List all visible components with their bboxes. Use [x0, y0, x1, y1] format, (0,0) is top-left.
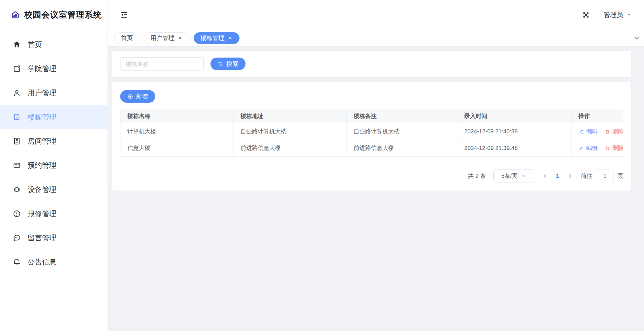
trash-icon: [605, 145, 610, 151]
collapse-icon: [120, 10, 129, 19]
sidebar-item-college[interactable]: 学院管理: [0, 56, 108, 81]
sidebar-item-home[interactable]: 首页: [0, 32, 108, 56]
sidebar-item-label: 首页: [28, 40, 42, 49]
pagination-total: 共 2 条: [468, 172, 486, 180]
trash-icon: [605, 129, 610, 134]
tab-label: 用户管理: [150, 34, 175, 42]
sidebar-item-device[interactable]: 设备管理: [0, 177, 108, 201]
sidebar-item-notice[interactable]: 公告信息: [0, 250, 108, 274]
tab-user[interactable]: 用户管理: [144, 32, 189, 44]
column-header-actions: 操作: [571, 109, 623, 123]
next-page-button[interactable]: [567, 173, 573, 179]
search-icon: [218, 61, 224, 67]
current-page[interactable]: 1: [556, 172, 559, 179]
sidebar-item-building[interactable]: 楼栋管理: [0, 105, 108, 129]
pagination: 共 2 条 5条/页 1 前往 页: [120, 169, 623, 182]
room-icon: [13, 137, 21, 145]
goto-label: 前往: [581, 172, 592, 180]
add-button[interactable]: 新增: [120, 90, 155, 103]
search-button[interactable]: 搜索: [210, 58, 246, 70]
sidebar-item-room[interactable]: 房间管理: [0, 129, 108, 153]
repair-icon: [13, 210, 21, 218]
user-menu[interactable]: 管理员: [603, 10, 632, 19]
buildings-table: 楼栋名称 楼栋地址 楼栋备注 录入时间 操作 计算机大楼 自强路计算机大楼 自强…: [120, 109, 623, 157]
device-icon: [13, 185, 21, 194]
table-header: 楼栋名称 楼栋地址 楼栋备注 录入时间 操作: [120, 109, 623, 123]
page-suffix: 页: [618, 172, 623, 180]
delete-link[interactable]: 删除: [605, 128, 624, 135]
column-header-name: 楼栋名称: [120, 109, 234, 123]
table-row: 计算机大楼 自强路计算机大楼 自强路计算机大楼 2024-12-09 21:40…: [120, 123, 623, 140]
sidebar-item-message[interactable]: 留言管理: [0, 226, 108, 250]
chevron-down-icon: [521, 173, 526, 179]
tab-label: 楼栋管理: [200, 34, 225, 42]
sidebar-item-label: 预约管理: [28, 161, 56, 170]
chevron-down-icon: [633, 35, 640, 42]
sidebar-item-label: 房间管理: [28, 136, 56, 146]
caret-down-icon: [626, 12, 632, 18]
sidebar-item-label: 留言管理: [28, 233, 56, 243]
tab-home[interactable]: 首页: [114, 32, 139, 44]
cell-address: 自强路计算机大楼: [233, 123, 347, 140]
app-logo: 校园会议室管理系统: [0, 0, 108, 30]
column-header-remark: 楼栋备注: [347, 109, 457, 123]
edit-link[interactable]: 编辑: [578, 128, 598, 135]
college-icon: [13, 64, 21, 73]
table-panel: 新增 楼栋名称 楼栋地址 楼栋备注 录入时间 操作: [112, 82, 631, 191]
message-icon: [13, 234, 21, 242]
topbar: 管理员: [108, 0, 644, 30]
delete-link[interactable]: 删除: [605, 144, 624, 152]
notice-icon: [13, 258, 21, 266]
cell-address: 前进路信息大楼: [233, 140, 347, 157]
page-size-select[interactable]: 5条/页: [493, 169, 534, 182]
edit-link[interactable]: 编辑: [578, 144, 598, 152]
edit-icon: [578, 129, 584, 134]
cell-remark: 自强路计算机大楼: [347, 123, 457, 140]
logo-home-icon: [11, 6, 20, 24]
sidebar-item-label: 报修管理: [28, 209, 56, 218]
cell-actions: 编辑 删除: [571, 140, 623, 157]
table-row: 信息大楼 前进路信息大楼 前进路信息大楼 2024-12-09 21:39:48…: [120, 140, 623, 157]
cell-name: 信息大楼: [120, 140, 234, 157]
cell-remark: 前进路信息大楼: [347, 140, 457, 157]
building-icon: [13, 113, 21, 121]
sidebar-item-repair[interactable]: 报修管理: [0, 201, 108, 226]
tabs: 首页 用户管理 楼栋管理: [108, 30, 629, 46]
sidebar-item-label: 用户管理: [28, 88, 56, 98]
user-name: 管理员: [603, 10, 623, 19]
sidebar-item-label: 公告信息: [28, 257, 56, 267]
cell-time: 2024-12-09 21:40:38: [457, 123, 571, 140]
tabbar: 首页 用户管理 楼栋管理: [108, 30, 644, 46]
sidebar-item-label: 楼栋管理: [28, 112, 56, 122]
app-title: 校园会议室管理系统: [24, 9, 102, 21]
goto-page-input[interactable]: [596, 170, 614, 182]
main-area: 管理员 首页 用户管理 楼栋管理: [108, 0, 644, 331]
cell-actions: 编辑 删除: [571, 123, 623, 140]
edit-icon: [578, 145, 584, 151]
sidebar-item-user[interactable]: 用户管理: [0, 81, 108, 105]
user-icon: [13, 89, 21, 97]
search-panel: 搜索: [112, 51, 631, 77]
search-input[interactable]: [120, 57, 204, 71]
tab-close-icon[interactable]: [228, 35, 233, 41]
chevron-right-icon: [567, 173, 573, 179]
cell-name: 计算机大楼: [120, 123, 234, 140]
sidebar-item-reservation[interactable]: 预约管理: [0, 153, 108, 177]
collapse-sidebar-button[interactable]: [120, 10, 129, 19]
content: 搜索 新增 楼栋名称 楼栋地址 楼栋备注 录入时间 操作: [108, 46, 644, 331]
sidebar: 校园会议室管理系统 首页 学院管理 用户管理 楼栋管理: [0, 0, 108, 331]
home-icon: [13, 40, 21, 49]
table-body: 计算机大楼 自强路计算机大楼 自强路计算机大楼 2024-12-09 21:40…: [120, 123, 623, 157]
column-header-time: 录入时间: [457, 109, 571, 123]
sidebar-menu: 首页 学院管理 用户管理 楼栋管理 房间管理: [0, 30, 108, 274]
sidebar-item-label: 设备管理: [28, 185, 56, 194]
tab-list-dropdown-button[interactable]: [629, 30, 644, 46]
tab-building[interactable]: 楼栋管理: [194, 32, 239, 44]
fullscreen-button[interactable]: [582, 11, 590, 19]
sidebar-item-label: 学院管理: [28, 64, 56, 73]
cell-time: 2024-12-09 21:39:48: [457, 140, 571, 157]
prev-page-button[interactable]: [542, 173, 548, 179]
tab-label: 首页: [121, 34, 133, 42]
goto-page: 前往 页: [581, 170, 623, 182]
tab-close-icon[interactable]: [178, 35, 183, 41]
